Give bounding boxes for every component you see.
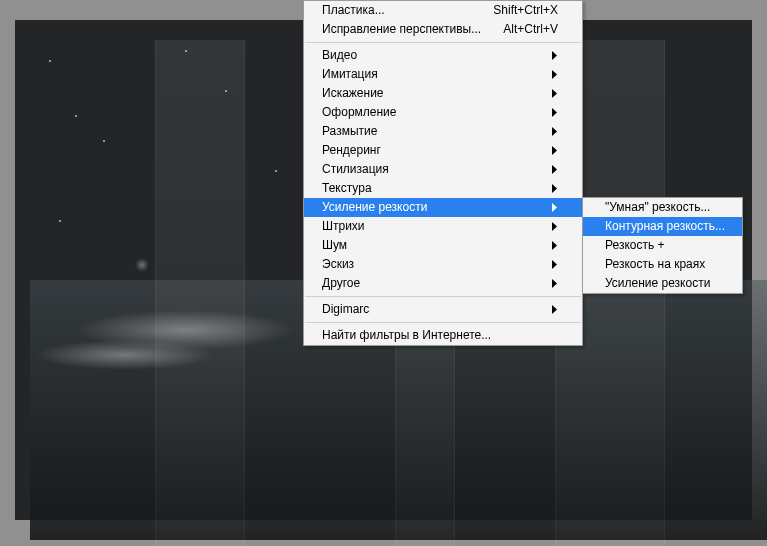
menu-item-shortcut: Alt+Ctrl+V xyxy=(503,20,558,39)
rain-drop xyxy=(59,220,61,222)
menu-liquify[interactable]: Пластика...Shift+Ctrl+X xyxy=(304,1,582,20)
menu-blur[interactable]: Размытие xyxy=(304,122,582,141)
menu-browse-filters-online[interactable]: Найти фильтры в Интернете... xyxy=(304,326,582,345)
submenu-arrow-icon xyxy=(552,89,558,98)
menu-sketch[interactable]: Эскиз xyxy=(304,255,582,274)
menu-item-label: Шум xyxy=(322,236,552,255)
menu-item-label: Имитация xyxy=(322,65,552,84)
menu-brush-strokes[interactable]: Штрихи xyxy=(304,217,582,236)
menu-video[interactable]: Видео xyxy=(304,46,582,65)
menu-stylize[interactable]: Стилизация xyxy=(304,160,582,179)
submenu-arrow-icon xyxy=(552,222,558,231)
puddle-highlight xyxy=(35,340,215,370)
submenu-sharpen-more[interactable]: Резкость + xyxy=(583,236,742,255)
menu-distort[interactable]: Искажение xyxy=(304,84,582,103)
rain-drop xyxy=(275,170,277,172)
submenu-sharpen-edges[interactable]: Резкость на краях xyxy=(583,255,742,274)
rain-drop xyxy=(49,60,51,62)
menu-item-shortcut: Shift+Ctrl+X xyxy=(493,1,558,20)
menu-texture[interactable]: Текстура xyxy=(304,179,582,198)
menu-noise[interactable]: Шум xyxy=(304,236,582,255)
menu-item-label: Другое xyxy=(322,274,552,293)
menu-item-label: Усиление резкости xyxy=(322,198,552,217)
menu-item-label: Рендеринг xyxy=(322,141,552,160)
menu-separator xyxy=(305,42,581,43)
submenu-arrow-icon xyxy=(552,305,558,314)
submenu-arrow-icon xyxy=(552,279,558,288)
menu-separator xyxy=(305,322,581,323)
sharpen-submenu[interactable]: "Умная" резкость...Контурная резкость...… xyxy=(582,197,743,294)
menu-item-label: "Умная" резкость... xyxy=(605,198,728,217)
menu-vanishing-point[interactable]: Исправление перспективы...Alt+Ctrl+V xyxy=(304,20,582,39)
filter-menu[interactable]: Пластика...Shift+Ctrl+XИсправление персп… xyxy=(303,0,583,346)
submenu-arrow-icon xyxy=(552,108,558,117)
rain-drop xyxy=(103,140,105,142)
submenu-arrow-icon xyxy=(552,127,558,136)
submenu-smart-sharpen[interactable]: "Умная" резкость... xyxy=(583,198,742,217)
menu-item-label: Усиление резкости xyxy=(605,274,728,293)
submenu-arrow-icon xyxy=(552,241,558,250)
menu-item-label: Исправление перспективы... xyxy=(322,20,503,39)
submenu-arrow-icon xyxy=(552,260,558,269)
menu-item-label: Видео xyxy=(322,46,552,65)
menu-digimarc[interactable]: Digimarc xyxy=(304,300,582,319)
submenu-arrow-icon xyxy=(552,51,558,60)
rain-drop xyxy=(75,115,77,117)
menu-item-label: Искажение xyxy=(322,84,552,103)
menu-sharpen[interactable]: Усиление резкости xyxy=(304,198,582,217)
menu-item-label: Текстура xyxy=(322,179,552,198)
menu-item-label: Пластика... xyxy=(322,1,493,20)
submenu-arrow-icon xyxy=(552,146,558,155)
rain-splash xyxy=(135,258,149,272)
submenu-sharpen[interactable]: Усиление резкости xyxy=(583,274,742,293)
menu-item-label: Оформление xyxy=(322,103,552,122)
menu-pixelate[interactable]: Оформление xyxy=(304,103,582,122)
background-streak xyxy=(155,40,245,546)
menu-render[interactable]: Рендеринг xyxy=(304,141,582,160)
menu-item-label: Резкость + xyxy=(605,236,728,255)
submenu-arrow-icon xyxy=(552,203,558,212)
menu-artistic[interactable]: Имитация xyxy=(304,65,582,84)
menu-item-label: Резкость на краях xyxy=(605,255,728,274)
menu-item-label: Штрихи xyxy=(322,217,552,236)
menu-item-label: Размытие xyxy=(322,122,552,141)
menu-item-label: Контурная резкость... xyxy=(605,217,728,236)
menu-item-label: Digimarc xyxy=(322,300,552,319)
rain-drop xyxy=(185,50,187,52)
submenu-arrow-icon xyxy=(552,184,558,193)
menu-item-label: Стилизация xyxy=(322,160,552,179)
rain-drop xyxy=(225,90,227,92)
submenu-arrow-icon xyxy=(552,165,558,174)
menu-item-label: Эскиз xyxy=(322,255,552,274)
menu-separator xyxy=(305,296,581,297)
submenu-arrow-icon xyxy=(552,70,558,79)
menu-item-label: Найти фильтры в Интернете... xyxy=(322,326,558,345)
menu-other[interactable]: Другое xyxy=(304,274,582,293)
submenu-unsharp-mask[interactable]: Контурная резкость... xyxy=(583,217,742,236)
